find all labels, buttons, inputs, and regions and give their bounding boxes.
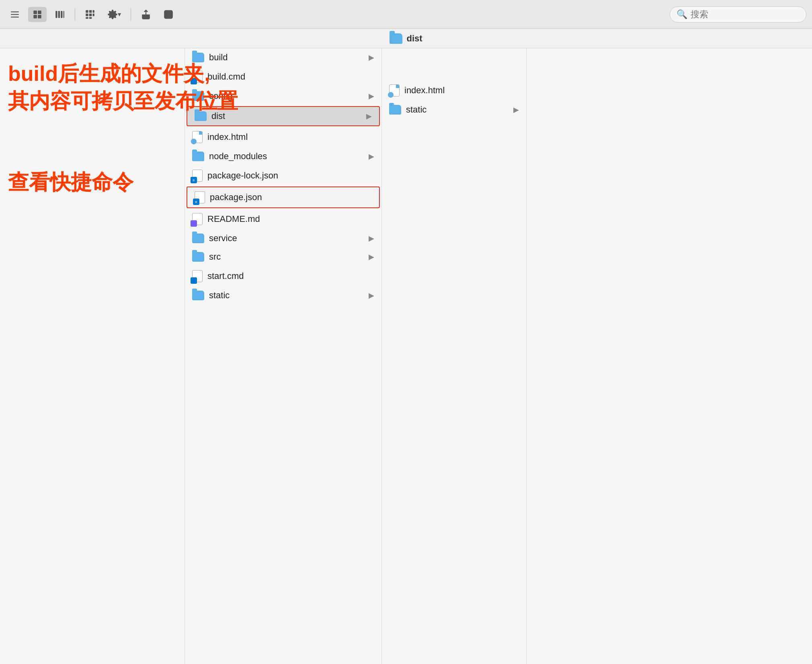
column-middle: build ▶ build.cmd config ▶ dist ▶ — [185, 48, 382, 664]
list-item[interactable]: start.cmd — [185, 266, 381, 286]
svg-rect-11 — [86, 10, 88, 13]
html-icon — [389, 84, 400, 96]
folder-icon — [192, 234, 204, 243]
sidebar-icon — [10, 9, 20, 20]
title-folder-icon — [390, 33, 402, 44]
cmd-icon — [192, 71, 203, 83]
toolbar-sep-2 — [131, 8, 131, 21]
svg-rect-10 — [64, 11, 64, 18]
window-title: dist — [406, 33, 422, 44]
file-name: static — [209, 290, 230, 301]
tag-icon — [163, 9, 174, 20]
chevron-right-icon: ▶ — [369, 53, 374, 62]
chevron-right-icon: ▶ — [369, 291, 374, 300]
svg-rect-6 — [38, 15, 41, 18]
search-icon: 🔍 — [677, 9, 687, 20]
file-name: package.json — [210, 192, 262, 203]
toolbar-sep-1 — [75, 8, 75, 21]
svg-rect-5 — [33, 15, 37, 18]
md-icon — [192, 213, 203, 225]
cmd-badge — [191, 78, 197, 84]
list-item[interactable]: static ▶ — [382, 100, 526, 119]
chevron-right-icon: ▶ — [369, 234, 374, 243]
file-name: dist — [211, 111, 225, 121]
file-name: build.cmd — [207, 72, 245, 82]
html-icon — [192, 131, 203, 143]
list-item[interactable]: node_modules ▶ — [185, 147, 381, 166]
list-item[interactable]: dist ▶ — [187, 106, 380, 126]
chevron-right-icon: ▶ — [369, 92, 374, 100]
list-item[interactable]: config ▶ — [185, 87, 381, 105]
file-browser: build ▶ build.cmd config ▶ dist ▶ — [0, 48, 812, 664]
svg-rect-14 — [86, 13, 88, 16]
vscode-badge — [193, 199, 199, 205]
share-button[interactable] — [137, 7, 155, 22]
folder-icon — [192, 53, 204, 62]
title-bar: dist — [0, 29, 812, 48]
gear-icon — [107, 9, 118, 20]
svg-rect-16 — [93, 13, 94, 16]
vscode-badge — [191, 177, 197, 183]
toolbar: ▾ 🔍 — [0, 0, 812, 29]
json-icon — [192, 170, 203, 182]
chevron-right-icon: ▶ — [366, 112, 372, 121]
list-item[interactable]: package.json — [187, 186, 380, 208]
list-item[interactable]: static ▶ — [185, 286, 381, 305]
folder-icon — [389, 105, 401, 115]
folder-icon — [192, 252, 204, 262]
chevron-right-icon: ▶ — [513, 105, 519, 114]
file-name: src — [209, 252, 221, 262]
cmd-icon — [192, 270, 203, 282]
list-item[interactable]: service ▶ — [185, 229, 381, 248]
svg-rect-9 — [61, 11, 62, 18]
list-view-icon — [55, 9, 65, 20]
icon-view-button[interactable] — [28, 7, 47, 22]
folder-icon — [192, 91, 204, 101]
file-name: package-lock.json — [207, 170, 278, 181]
folder-icon — [195, 111, 207, 121]
window-title-area: dist — [8, 33, 804, 44]
svg-rect-12 — [89, 10, 92, 13]
search-input[interactable] — [691, 9, 800, 20]
file-name: node_modules — [209, 151, 267, 162]
folder-icon — [192, 152, 204, 161]
list-item[interactable]: src ▶ — [185, 248, 381, 266]
html-badge — [388, 92, 394, 98]
file-name: service — [209, 233, 237, 244]
list-item[interactable]: build.cmd — [185, 67, 381, 87]
file-name: index.html — [404, 85, 445, 96]
svg-rect-15 — [89, 13, 92, 16]
file-name: build — [209, 52, 228, 63]
svg-rect-21 — [164, 10, 172, 18]
list-item[interactable]: README.md — [185, 209, 381, 229]
list-item[interactable]: index.html — [382, 80, 526, 100]
svg-rect-13 — [93, 10, 94, 13]
list-item[interactable]: index.html — [185, 127, 381, 147]
gear-dropdown-arrow: ▾ — [118, 10, 121, 18]
list-item[interactable]: package-lock.json — [185, 166, 381, 186]
column-left — [0, 48, 185, 664]
list-view-button[interactable] — [51, 7, 69, 22]
search-bar: 🔍 — [670, 6, 806, 23]
file-name: README.md — [207, 214, 260, 224]
md-badge — [191, 220, 197, 227]
file-name: start.cmd — [207, 271, 244, 281]
list-item[interactable]: build ▶ — [185, 48, 381, 67]
folder-icon — [192, 291, 204, 300]
svg-rect-18 — [89, 17, 92, 18]
main-content: build后生成的文件夹, 其内容可拷贝至发布位置 查看快捷命令 build ▶… — [0, 48, 812, 664]
grid-view-button[interactable] — [81, 7, 99, 22]
svg-rect-0 — [11, 11, 19, 12]
file-name: index.html — [207, 132, 248, 142]
gear-dropdown-button[interactable]: ▾ — [103, 7, 125, 22]
svg-rect-2 — [11, 16, 19, 17]
grid-view-icon — [85, 9, 95, 20]
svg-rect-1 — [11, 14, 19, 14]
svg-rect-17 — [86, 17, 88, 18]
svg-rect-3 — [33, 10, 37, 14]
tag-button[interactable] — [159, 7, 178, 22]
svg-rect-4 — [38, 10, 41, 14]
json-icon — [195, 191, 205, 203]
sidebar-toggle-button[interactable] — [6, 7, 24, 22]
svg-rect-8 — [58, 11, 60, 18]
